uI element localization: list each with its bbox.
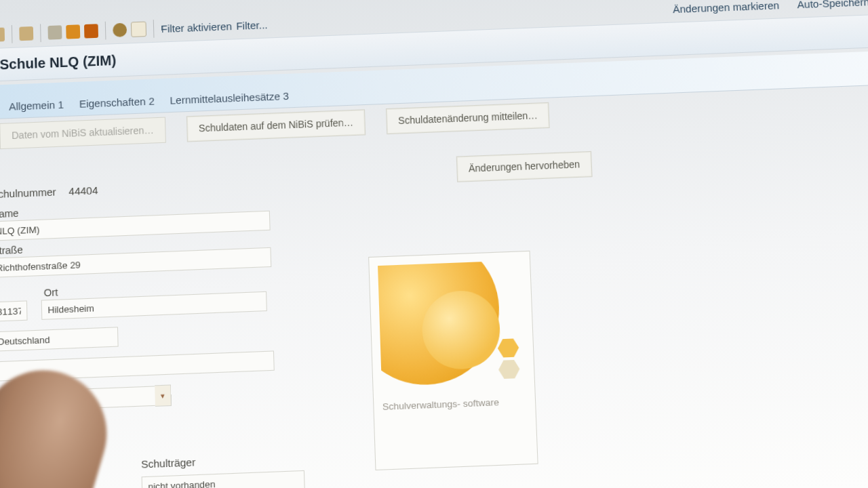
toolbar-icon-1[interactable]: [0, 28, 5, 42]
check-nibis-button[interactable]: Schuldaten auf dem NiBiS prüfen…: [186, 109, 366, 142]
mark-changes-link[interactable]: Änderungen markieren: [673, 0, 780, 15]
schulnummer-value: 44404: [68, 184, 98, 197]
filter-activate-link[interactable]: Filter aktivieren: [161, 20, 232, 34]
tab-eigenschaften[interactable]: Eigenschaften 2: [79, 95, 155, 110]
chevron-down-icon[interactable]: ▾: [155, 384, 172, 406]
magnifier-icon[interactable]: [19, 26, 33, 41]
toolbar-separator: [105, 22, 106, 40]
toolbar-separator: [40, 24, 41, 42]
toolbar-icon-7[interactable]: [131, 22, 146, 37]
tab-lernmittel[interactable]: Lernmittelausleihesätze 3: [170, 90, 289, 106]
toolbar-icon-6[interactable]: [113, 23, 127, 37]
schultraeger-field[interactable]: [142, 470, 305, 488]
notify-change-button[interactable]: Schuldatenänderung mitteilen…: [386, 102, 550, 134]
highlight-changes-button[interactable]: Änderungen hervorheben: [456, 151, 593, 182]
schulnummer-label: Schulnummer: [0, 186, 56, 200]
toolbar-icon-4[interactable]: [66, 24, 80, 39]
toolbar-separator: [153, 20, 155, 38]
plz-field[interactable]: [0, 300, 28, 321]
school-logo-image: [378, 260, 526, 394]
school-logo-panel: Schulverwaltungs- software: [368, 251, 538, 470]
tab-allgemein[interactable]: Allgemein 1: [9, 98, 64, 113]
toolbar-separator: [12, 25, 13, 43]
toolbar-icon-3[interactable]: [47, 25, 62, 39]
filter-link[interactable]: Filter...: [236, 18, 268, 31]
schultraeger-label: Schulträger: [141, 456, 196, 470]
autosave-link[interactable]: Auto-Speichern: [797, 0, 868, 10]
refresh-nibis-button: Daten vom NiBiS aktualisieren…: [0, 117, 166, 150]
logo-caption: Schulverwaltungs- software: [382, 395, 527, 414]
toolbar-icon-5[interactable]: [84, 24, 98, 38]
